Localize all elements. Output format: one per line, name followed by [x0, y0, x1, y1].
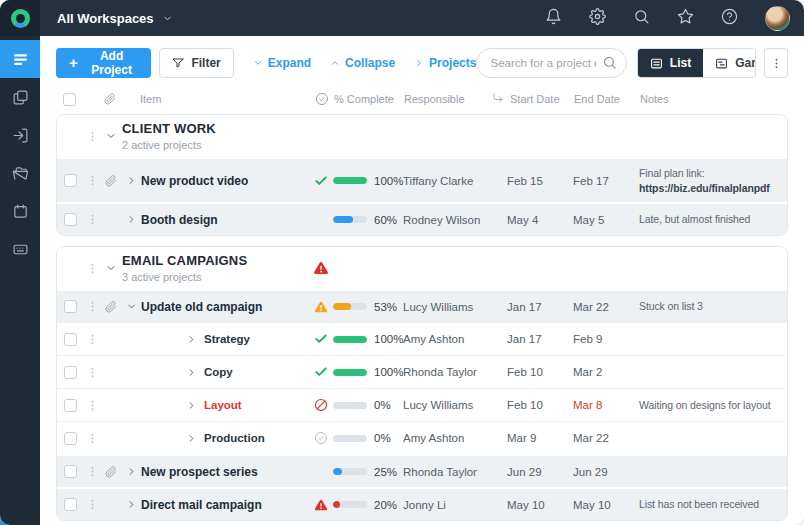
alert-warning-icon — [309, 498, 333, 512]
responsible-name: Rhonda Taylor — [403, 366, 507, 378]
workspace-selector-label: All Workspaces — [57, 11, 154, 26]
chevron-right-icon[interactable] — [121, 466, 141, 477]
progress-cell: 0% — [333, 432, 403, 444]
chevron-right-icon[interactable] — [121, 214, 141, 225]
filter-button[interactable]: Filter — [159, 48, 233, 78]
task-name[interactable]: New product video — [141, 174, 309, 188]
pages-icon — [12, 89, 29, 106]
chevron-right-icon[interactable] — [186, 334, 197, 345]
bell-icon[interactable] — [545, 8, 562, 28]
app-logo[interactable] — [0, 0, 40, 36]
search-icon[interactable] — [602, 55, 617, 74]
workspace-selector[interactable]: All Workspaces — [57, 11, 173, 26]
view-toggle: List Gantt — [637, 48, 757, 78]
list-view-icon — [12, 51, 29, 68]
help-icon[interactable] — [721, 8, 738, 28]
task-row: New product video100%Tiffany ClarkeFeb 1… — [57, 157, 787, 202]
start-date: Feb 15 — [507, 175, 573, 187]
row-checkbox[interactable] — [64, 213, 77, 226]
gantt-view-button[interactable]: Gantt — [703, 49, 756, 77]
end-date: Feb 9 — [573, 333, 639, 345]
task-name[interactable]: Direct mail campaign — [141, 498, 309, 512]
row-menu-icon[interactable] — [83, 300, 101, 313]
sidebar-item-folder[interactable] — [0, 154, 40, 192]
row-menu-icon[interactable] — [83, 130, 101, 143]
sidebar-item-keyboard[interactable] — [0, 230, 40, 268]
column-header-notes[interactable]: Notes — [640, 93, 788, 105]
task-name[interactable]: Production — [141, 432, 309, 444]
project-group: CLIENT WORK2 active projectsNew product … — [56, 114, 788, 236]
row-menu-icon[interactable] — [83, 465, 101, 478]
start-date: Feb 10 — [507, 399, 573, 411]
row-menu-icon[interactable] — [83, 174, 101, 187]
task-name[interactable]: Booth design — [141, 213, 309, 227]
progress-percent: 25% — [374, 466, 397, 478]
add-project-label: Add Project — [85, 49, 139, 77]
sidebar-item-list-view[interactable] — [0, 40, 40, 78]
task-name[interactable]: Strategy — [141, 333, 309, 345]
progress-bar — [333, 303, 367, 310]
task-name[interactable]: New prospect series — [141, 465, 309, 479]
user-avatar[interactable] — [765, 6, 790, 31]
chevron-down-icon[interactable] — [101, 130, 121, 142]
chevron-right-icon[interactable] — [121, 175, 141, 186]
notes-line: Final plan link: — [639, 166, 779, 180]
row-checkbox[interactable] — [64, 174, 77, 187]
chevron-right-icon[interactable] — [121, 499, 141, 510]
row-checkbox[interactable] — [64, 465, 77, 478]
row-menu-icon[interactable] — [83, 366, 101, 379]
settings-gear-icon[interactable] — [589, 8, 606, 28]
search-icon[interactable] — [633, 8, 650, 28]
row-menu-icon[interactable] — [83, 498, 101, 511]
end-date: Mar 8 — [573, 399, 639, 411]
expand-button[interactable]: Expand — [253, 56, 311, 70]
task-name-label: Strategy — [204, 333, 250, 345]
row-checkbox[interactable] — [64, 498, 77, 511]
row-menu-icon[interactable] — [83, 213, 101, 226]
row-checkbox[interactable] — [64, 432, 77, 445]
row-checkbox[interactable] — [64, 333, 77, 346]
row-menu-icon[interactable] — [83, 399, 101, 412]
row-menu-icon[interactable] — [83, 262, 101, 275]
sidebar-item-calendar[interactable] — [0, 192, 40, 230]
row-menu-icon[interactable] — [83, 432, 101, 445]
column-header-item[interactable]: Item — [140, 93, 310, 105]
end-date: Feb 17 — [573, 175, 639, 187]
projects-button[interactable]: Projects — [414, 56, 476, 70]
funnel-icon — [172, 57, 184, 69]
chevron-down-icon[interactable] — [101, 262, 121, 274]
responsible-name: Amy Ashton — [403, 333, 507, 345]
start-date: Jun 29 — [507, 466, 573, 478]
progress-cell: 100% — [333, 333, 403, 345]
toolbar: + Add Project Filter Expand Collapse — [56, 48, 788, 78]
sidebar-item-pages[interactable] — [0, 78, 40, 116]
row-checkbox[interactable] — [64, 399, 77, 412]
group-header: CLIENT WORK2 active projects — [57, 115, 787, 157]
column-header-complete[interactable]: % Complete — [334, 93, 404, 105]
group-title: EMAIL CAMPAIGNS — [122, 253, 309, 268]
chevron-right-icon[interactable] — [186, 400, 197, 411]
chevron-right-icon — [414, 58, 424, 68]
collapse-button[interactable]: Collapse — [330, 56, 395, 70]
list-view-button[interactable]: List — [638, 49, 703, 77]
star-icon[interactable] — [677, 8, 694, 28]
column-header-end[interactable]: End Date — [574, 93, 640, 105]
chevron-right-icon[interactable] — [186, 367, 197, 378]
row-checkbox[interactable] — [64, 300, 77, 313]
task-name[interactable]: Layout — [141, 399, 309, 411]
select-all-checkbox[interactable] — [63, 93, 76, 106]
chevron-right-icon[interactable] — [186, 433, 197, 444]
column-header-start[interactable]: Start Date — [508, 92, 574, 106]
main-panel: + Add Project Filter Expand Collapse — [40, 36, 804, 525]
task-name-label: Update old campaign — [141, 300, 262, 314]
chevron-down-icon[interactable] — [121, 301, 141, 312]
end-date: May 10 — [573, 499, 639, 511]
task-name[interactable]: Update old campaign — [141, 300, 309, 314]
row-checkbox[interactable] — [64, 366, 77, 379]
more-options-button[interactable] — [764, 48, 788, 78]
task-name[interactable]: Copy — [141, 366, 309, 378]
sidebar-item-sign-in[interactable] — [0, 116, 40, 154]
row-menu-icon[interactable] — [83, 333, 101, 346]
responsible-name: Rodney Wilson — [403, 214, 507, 226]
add-project-button[interactable]: + Add Project — [56, 48, 151, 78]
